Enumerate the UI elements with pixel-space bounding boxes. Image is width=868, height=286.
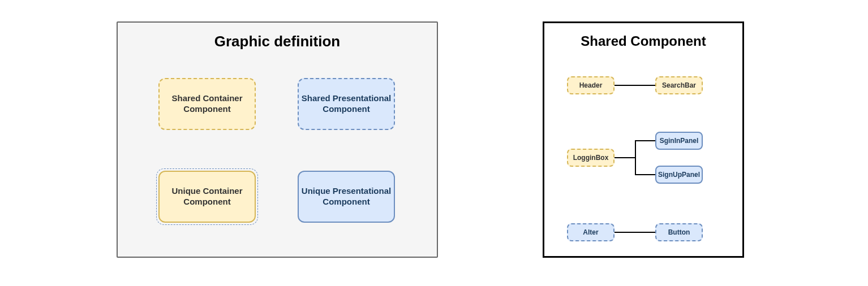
- unique-container-card: Unique Container Component: [158, 171, 256, 223]
- connector-logginbox-fork: [635, 140, 636, 175]
- unique-presentational-card: Unique Presentational Component: [298, 171, 395, 223]
- button-node: Button: [655, 223, 703, 241]
- connector-logginbox-signup: [635, 174, 655, 175]
- shared-presentational-card: Shared Presentational Component: [298, 78, 395, 130]
- connector-alter-button: [615, 232, 655, 233]
- logginbox-node: LogginBox: [567, 149, 615, 167]
- searchbar-node: SearchBar: [655, 76, 703, 94]
- alter-node: Alter: [567, 223, 615, 241]
- shared-component-title: Shared Component: [544, 33, 742, 49]
- shared-container-card: Shared Container Component: [158, 78, 256, 130]
- signinpanel-node: SginInPanel: [655, 132, 703, 150]
- header-node: Header: [567, 76, 615, 94]
- connector-logginbox-main: [615, 157, 635, 158]
- shared-component-panel: Shared Component Header SearchBar Loggin…: [543, 21, 744, 258]
- graphic-definition-panel: Graphic definition Shared Container Comp…: [117, 21, 438, 258]
- graphic-definition-title: Graphic definition: [118, 33, 437, 50]
- connector-logginbox-signin: [635, 140, 655, 141]
- signuppanel-node: SignUpPanel: [655, 166, 703, 184]
- connector-header-searchbar: [615, 85, 655, 86]
